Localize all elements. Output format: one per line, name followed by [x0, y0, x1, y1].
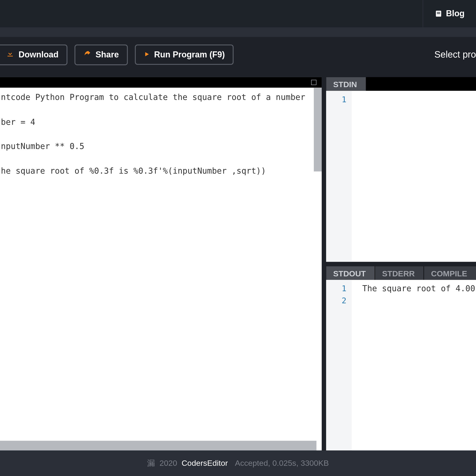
- footer-brand: CodersEditor: [182, 459, 228, 468]
- share-label: Share: [96, 50, 119, 60]
- footer-copyright-symbol: 漏: [147, 458, 155, 469]
- footer-status: Accepted, 0.025s, 3300KB: [235, 459, 329, 468]
- tab-compile[interactable]: COMPILE: [424, 266, 476, 280]
- io-panel: STDIN 1 STDOUT STDERR COMPILE 12 The squ…: [326, 77, 476, 450]
- svg-rect-1: [437, 12, 440, 13]
- download-icon: [6, 50, 14, 60]
- tab-stdin[interactable]: STDIN: [326, 77, 366, 91]
- tab-stderr[interactable]: STDERR: [375, 266, 424, 280]
- footer-year: 2020: [159, 459, 177, 468]
- maximize-icon[interactable]: [311, 80, 317, 85]
- code-editor[interactable]: ntcode Python Program to calculate the s…: [0, 88, 322, 450]
- sub-bar: [0, 27, 476, 37]
- editor-scrollbar-horizontal[interactable]: [0, 441, 317, 450]
- stdin-gutter: 1: [326, 91, 352, 262]
- blog-icon: [434, 10, 442, 18]
- language-selector[interactable]: Select pro: [434, 49, 476, 60]
- stdin-tabbar: STDIN: [326, 77, 476, 91]
- run-label: Run Program (F9): [154, 50, 225, 60]
- share-button[interactable]: Share: [74, 44, 128, 65]
- pane-splitter-horizontal[interactable]: [326, 261, 476, 266]
- stdout-viewer[interactable]: 12 The square root of 4.00: [326, 280, 476, 450]
- pane-splitter-vertical[interactable]: [322, 77, 326, 450]
- svg-rect-2: [437, 13, 440, 14]
- toolbar: Download Share Run Program (F9) Select p…: [0, 37, 476, 72]
- tab-stdout[interactable]: STDOUT: [326, 266, 375, 280]
- nav-blog-link[interactable]: Blog: [423, 0, 476, 27]
- stdin-editor[interactable]: 1: [326, 91, 476, 262]
- download-button[interactable]: Download: [0, 44, 68, 65]
- nav-blog-label: Blog: [446, 9, 465, 18]
- stdout-gutter: 12: [326, 280, 352, 450]
- editor-header: [0, 77, 322, 88]
- download-label: Download: [18, 50, 59, 60]
- workspace: ntcode Python Program to calculate the s…: [0, 77, 476, 450]
- code-editor-pane: ntcode Python Program to calculate the s…: [0, 77, 322, 450]
- stdout-text: The square root of 4.00: [362, 282, 476, 295]
- footer-bar: 漏 2020 CodersEditor Accepted, 0.025s, 33…: [0, 450, 476, 476]
- play-icon: [143, 50, 150, 60]
- run-program-button[interactable]: Run Program (F9): [135, 45, 234, 65]
- top-nav: Blog: [0, 0, 476, 27]
- output-tabbar: STDOUT STDERR COMPILE: [326, 266, 476, 280]
- share-icon: [83, 50, 91, 60]
